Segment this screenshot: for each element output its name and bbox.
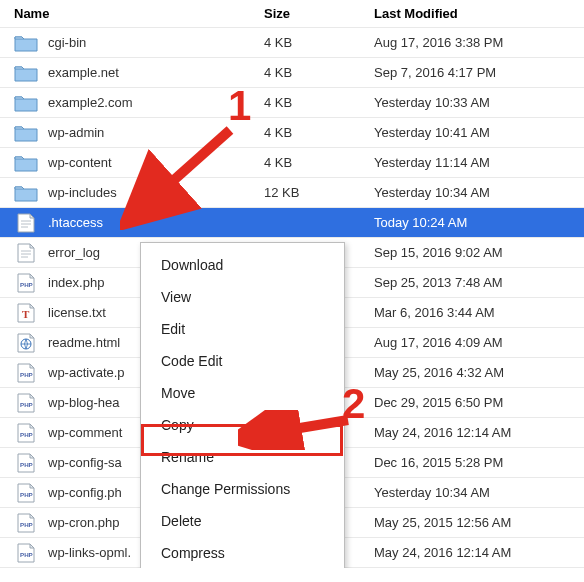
file-name: example2.com xyxy=(48,95,133,110)
svg-text:PHP: PHP xyxy=(20,491,33,498)
cell-date: Aug 17, 2016 4:09 AM xyxy=(374,335,582,350)
cell-date: May 24, 2016 12:14 AM xyxy=(374,545,582,560)
file-name: wp-content xyxy=(48,155,112,170)
cell-date: Yesterday 10:34 AM xyxy=(374,185,582,200)
cell-date: Dec 29, 2015 6:50 PM xyxy=(374,395,582,410)
svg-text:PHP: PHP xyxy=(20,281,33,288)
cell-name: wp-includes xyxy=(14,183,264,203)
context-menu-item[interactable]: Rename xyxy=(141,441,344,473)
file-icon xyxy=(14,243,38,263)
cell-name: example.net xyxy=(14,63,264,83)
php-file-icon: PHP xyxy=(14,543,38,563)
file-name: wp-activate.p xyxy=(48,365,125,380)
svg-text:PHP: PHP xyxy=(20,521,33,528)
context-menu-item[interactable]: Edit xyxy=(141,313,344,345)
cell-date: Sep 7, 2016 4:17 PM xyxy=(374,65,582,80)
file-name: wp-admin xyxy=(48,125,104,140)
cell-date: Yesterday 10:34 AM xyxy=(374,485,582,500)
cell-date: Mar 6, 2016 3:44 AM xyxy=(374,305,582,320)
svg-text:PHP: PHP xyxy=(20,431,33,438)
svg-text:PHP: PHP xyxy=(20,371,33,378)
context-menu-item[interactable]: Code Edit xyxy=(141,345,344,377)
header-row: Name Size Last Modified xyxy=(0,0,584,28)
context-menu-item[interactable]: Delete xyxy=(141,505,344,537)
cell-date: Sep 15, 2016 9:02 AM xyxy=(374,245,582,260)
context-menu-item[interactable]: Move xyxy=(141,377,344,409)
svg-text:PHP: PHP xyxy=(20,461,33,468)
file-row[interactable]: cgi-bin4 KBAug 17, 2016 3:38 PM xyxy=(0,28,584,58)
file-name: error_log xyxy=(48,245,100,260)
cell-date: May 25, 2015 12:56 AM xyxy=(374,515,582,530)
cell-date: Aug 17, 2016 3:38 PM xyxy=(374,35,582,50)
file-name: wp-config.ph xyxy=(48,485,122,500)
php-file-icon: PHP xyxy=(14,393,38,413)
col-header-size[interactable]: Size xyxy=(264,6,374,21)
cell-size: 4 KB xyxy=(264,125,374,140)
php-file-icon: PHP xyxy=(14,423,38,443)
folder-icon xyxy=(14,93,38,113)
cell-date: May 24, 2016 12:14 AM xyxy=(374,425,582,440)
context-menu: DownloadViewEditCode EditMoveCopyRenameC… xyxy=(140,242,345,568)
php-file-icon: PHP xyxy=(14,513,38,533)
file-name: wp-cron.php xyxy=(48,515,120,530)
svg-text:T: T xyxy=(22,308,30,320)
cell-date: Dec 16, 2015 5:28 PM xyxy=(374,455,582,470)
cell-date: May 25, 2016 4:32 AM xyxy=(374,365,582,380)
context-menu-item[interactable]: Compress xyxy=(141,537,344,568)
file-name: readme.html xyxy=(48,335,120,350)
file-name: wp-blog-hea xyxy=(48,395,120,410)
cell-date: Today 10:24 AM xyxy=(374,215,582,230)
cell-size: 12 KB xyxy=(264,185,374,200)
file-name: .htaccess xyxy=(48,215,103,230)
file-name: cgi-bin xyxy=(48,35,86,50)
file-row[interactable]: example.net4 KBSep 7, 2016 4:17 PM xyxy=(0,58,584,88)
folder-icon xyxy=(14,153,38,173)
cell-name: wp-admin xyxy=(14,123,264,143)
folder-icon xyxy=(14,63,38,83)
php-file-icon: PHP xyxy=(14,453,38,473)
context-menu-item[interactable]: Copy xyxy=(141,409,344,441)
file-row[interactable]: .htaccessToday 10:24 AM xyxy=(0,208,584,238)
folder-icon xyxy=(14,33,38,53)
cell-date: Yesterday 10:41 AM xyxy=(374,125,582,140)
cell-name: wp-content xyxy=(14,153,264,173)
file-name: license.txt xyxy=(48,305,106,320)
file-name: example.net xyxy=(48,65,119,80)
file-icon xyxy=(14,213,38,233)
text-file-icon: T xyxy=(14,303,38,323)
file-name: wp-config-sa xyxy=(48,455,122,470)
file-name: wp-includes xyxy=(48,185,117,200)
context-menu-item[interactable]: Download xyxy=(141,249,344,281)
cell-name: .htaccess xyxy=(14,213,264,233)
cell-size: 4 KB xyxy=(264,155,374,170)
php-file-icon: PHP xyxy=(14,273,38,293)
cell-date: Yesterday 10:33 AM xyxy=(374,95,582,110)
php-file-icon: PHP xyxy=(14,483,38,503)
folder-icon xyxy=(14,183,38,203)
col-header-name[interactable]: Name xyxy=(14,6,264,21)
cell-size: 4 KB xyxy=(264,95,374,110)
context-menu-item[interactable]: View xyxy=(141,281,344,313)
cell-size: 4 KB xyxy=(264,65,374,80)
col-header-date[interactable]: Last Modified xyxy=(374,6,582,21)
file-row[interactable]: example2.com4 KBYesterday 10:33 AM xyxy=(0,88,584,118)
html-file-icon xyxy=(14,333,38,353)
file-row[interactable]: wp-admin4 KBYesterday 10:41 AM xyxy=(0,118,584,148)
cell-date: Sep 25, 2013 7:48 AM xyxy=(374,275,582,290)
cell-size: 4 KB xyxy=(264,35,374,50)
cell-name: example2.com xyxy=(14,93,264,113)
svg-text:PHP: PHP xyxy=(20,401,33,408)
cell-date: Yesterday 11:14 AM xyxy=(374,155,582,170)
context-menu-item[interactable]: Change Permissions xyxy=(141,473,344,505)
file-row[interactable]: wp-includes12 KBYesterday 10:34 AM xyxy=(0,178,584,208)
svg-text:PHP: PHP xyxy=(20,551,33,558)
file-name: wp-links-opml. xyxy=(48,545,131,560)
file-row[interactable]: wp-content4 KBYesterday 11:14 AM xyxy=(0,148,584,178)
file-name: index.php xyxy=(48,275,104,290)
cell-name: cgi-bin xyxy=(14,33,264,53)
file-name: wp-comment xyxy=(48,425,122,440)
folder-icon xyxy=(14,123,38,143)
php-file-icon: PHP xyxy=(14,363,38,383)
